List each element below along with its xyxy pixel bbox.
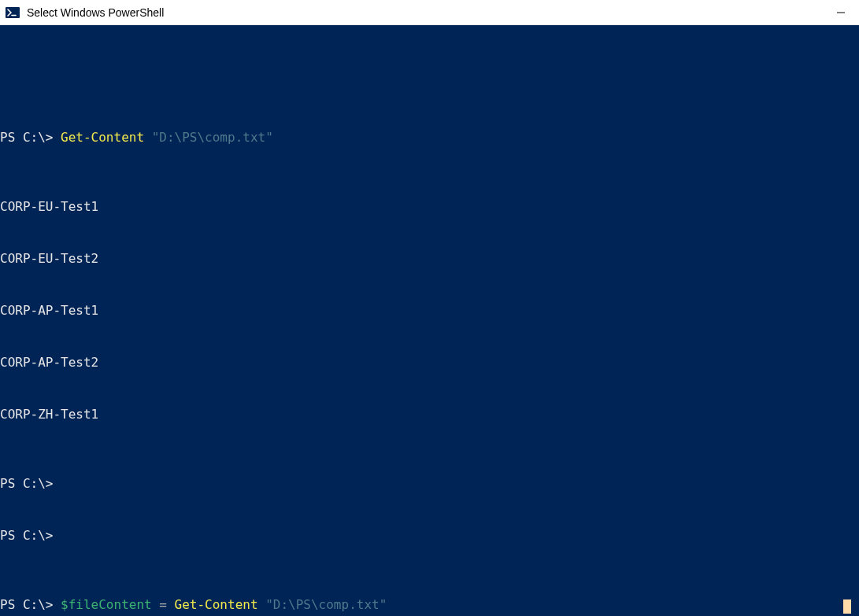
cmd-line: PS C:\> $fileContent = Get-Content "D:\P…: [0, 596, 859, 614]
window-title: Select Windows PowerShell: [27, 6, 164, 19]
terminal-content: PS C:\> Get-Content "D:\PS\comp.txt" COR…: [0, 60, 859, 616]
output-line: CORP-EU-Test2: [0, 250, 859, 267]
window-controls: [823, 0, 859, 25]
prompt-line: PS C:\>: [0, 527, 859, 544]
output-line: CORP-AP-Test2: [0, 354, 859, 371]
terminal-area[interactable]: PS C:\> Get-Content "D:\PS\comp.txt" COR…: [0, 25, 859, 616]
powershell-icon: [5, 5, 20, 20]
output-line: CORP-EU-Test1: [0, 198, 859, 216]
cmd-line: PS C:\> Get-Content "D:\PS\comp.txt": [0, 129, 859, 146]
output-line: CORP-ZH-Test1: [0, 406, 859, 423]
terminal-cursor: [843, 599, 851, 614]
output-line: CORP-AP-Test1: [0, 302, 859, 319]
minimize-button[interactable]: [823, 0, 859, 25]
titlebar[interactable]: Select Windows PowerShell: [0, 0, 859, 25]
svg-rect-0: [6, 7, 20, 18]
prompt-line: PS C:\>: [0, 475, 859, 492]
